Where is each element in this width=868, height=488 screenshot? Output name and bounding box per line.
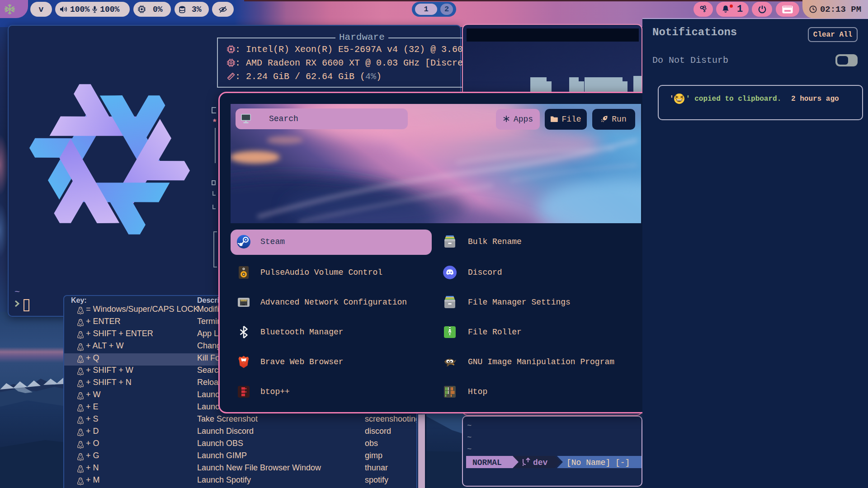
svg-text:[No Name] [-]: [No Name] [-] [566,458,630,467]
svg-text:NORMAL: NORMAL [472,458,502,467]
svg-text:dev: dev [533,458,548,467]
